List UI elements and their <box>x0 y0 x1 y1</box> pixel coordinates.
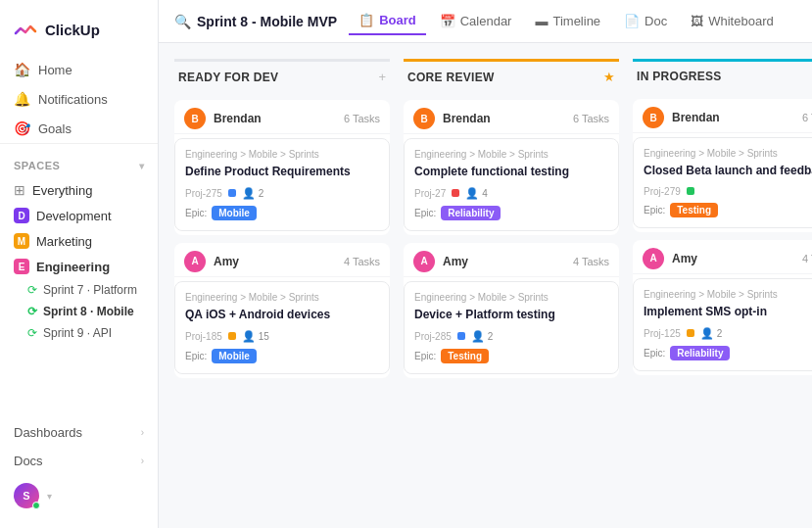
brendan-name: Brendan <box>443 112 565 125</box>
sidebar-item-goals[interactable]: 🎯 Goals <box>0 114 158 143</box>
goals-icon: 🎯 <box>14 120 30 136</box>
everything-label: Everything <box>32 183 92 198</box>
sprint8-label: Sprint 8 · Mobile <box>43 305 134 318</box>
calendar-tab-icon: 📅 <box>440 14 455 28</box>
epic-row: Epic: Reliability <box>644 346 812 360</box>
tab-timeline[interactable]: ▬ Timeline <box>525 8 610 34</box>
task-meta: Proj-27 👤 4 <box>414 187 608 200</box>
sidebar-item-notifications[interactable]: 🔔 Notifications <box>0 84 158 114</box>
app-name-label: ClickUp <box>45 22 100 38</box>
task-card[interactable]: Engineering > Mobile > Sprints Define Pr… <box>174 138 390 231</box>
amy-avatar: A <box>184 251 206 272</box>
sidebar-item-everything[interactable]: ⊞ Everything <box>0 177 158 203</box>
sidebar-item-dashboards[interactable]: Dashboards › <box>0 418 158 447</box>
timeline-tab-icon: ▬ <box>535 14 548 28</box>
amy-name: Amy <box>214 255 336 268</box>
home-label: Home <box>38 63 72 77</box>
sprint7-label: Sprint 7 · Platform <box>43 283 137 297</box>
sidebar-item-marketing[interactable]: M Marketing <box>0 228 158 254</box>
chevron-down-icon: ▾ <box>139 161 145 171</box>
star-icon[interactable]: ★ <box>603 70 615 84</box>
brendan-avatar: B <box>184 108 206 129</box>
kanban-board: READY FOR DEV + B Brendan 6 Tasks Engine… <box>159 43 812 528</box>
user-profile-bar[interactable]: S ▾ <box>0 475 158 516</box>
doc-tab-label: Doc <box>645 14 667 28</box>
epic-badge: Testing <box>441 349 489 363</box>
assignee-count: 👤 4 <box>465 187 488 200</box>
amy-avatar: A <box>413 251 435 272</box>
assignee-group-brendan-core: B Brendan 6 Tasks Engineering > Mobile >… <box>404 100 619 235</box>
docs-chevron-icon: › <box>141 456 144 466</box>
sidebar-item-engineering[interactable]: E Engineering <box>0 254 158 279</box>
clickup-logo-icon <box>14 18 37 41</box>
brendan-task-count: 6 Tasks <box>802 112 812 123</box>
spaces-section-header[interactable]: Spaces ▾ <box>0 150 158 177</box>
users-icon: 👤 <box>242 187 256 200</box>
user-initial: S <box>23 490 29 502</box>
priority-flag-icon <box>457 332 465 340</box>
users-icon: 👤 <box>700 327 714 340</box>
task-title: Closed Beta launch and feedback <box>644 163 812 179</box>
column-header-ready: READY FOR DEV + <box>174 59 390 92</box>
assignee-count: 👤 2 <box>700 327 723 340</box>
brendan-avatar: B <box>643 107 664 128</box>
assignee-count: 👤 2 <box>471 330 494 343</box>
sidebar-item-sprint8[interactable]: ⟳ Sprint 8 · Mobile <box>0 301 158 322</box>
epic-row: Epic: Mobile <box>185 206 379 220</box>
tab-board[interactable]: 📋 Board <box>349 7 426 35</box>
sidebar-item-home[interactable]: 🏠 Home <box>0 55 158 84</box>
task-card[interactable]: Engineering > Mobile > Sprints Complete … <box>404 138 619 231</box>
users-icon: 👤 <box>242 330 256 343</box>
task-card[interactable]: Engineering > Mobile > Sprints QA iOS + … <box>174 281 390 374</box>
spaces-label: Spaces <box>14 160 60 171</box>
dashboards-chevron-icon: › <box>141 427 144 438</box>
task-title: Complete functional testing <box>414 164 608 180</box>
sidebar-item-sprint7[interactable]: ⟳ Sprint 7 · Platform <box>0 279 158 301</box>
assignee-group-amy-ready: A Amy 4 Tasks Engineering > Mobile > Spr… <box>174 243 390 378</box>
sprint8-icon: ⟳ <box>27 305 37 318</box>
task-card[interactable]: Engineering > Mobile > Sprints Device + … <box>404 281 619 374</box>
tab-calendar[interactable]: 📅 Calendar <box>430 8 522 34</box>
epic-badge: Mobile <box>212 206 257 220</box>
engineering-space-dot: E <box>14 259 29 274</box>
task-breadcrumb: Engineering > Mobile > Sprints <box>644 148 812 159</box>
add-ready-icon[interactable]: + <box>378 70 386 84</box>
sidebar-item-development[interactable]: D Development <box>0 203 158 228</box>
development-label: Development <box>36 209 112 223</box>
avatar: S <box>14 483 39 508</box>
board-tab-icon: 📋 <box>358 13 374 27</box>
column-inprogress: IN PROGRESS B Brendan 6 Tasks Engineerin… <box>633 59 812 512</box>
sprint9-label: Sprint 9 · API <box>43 326 112 340</box>
task-card[interactable]: Engineering > Mobile > Sprints Closed Be… <box>633 137 812 228</box>
brendan-task-count: 6 Tasks <box>344 113 380 124</box>
tab-doc[interactable]: 📄 Doc <box>614 8 677 34</box>
assignee-row-amy: A Amy 4 Tasks <box>174 243 390 277</box>
column-core: CORE REVIEW ★ B Brendan 6 Tasks Engineer… <box>404 59 619 512</box>
sidebar-item-docs[interactable]: Docs › <box>0 447 158 475</box>
task-id: Proj-275 <box>185 188 222 199</box>
task-meta: Proj-275 👤 2 <box>185 187 379 200</box>
priority-flag-icon <box>228 189 236 197</box>
engineering-label: Engineering <box>36 260 110 274</box>
epic-label: Epic: <box>185 351 207 361</box>
assignee-group-amy-core: A Amy 4 Tasks Engineering > Mobile > Spr… <box>404 243 619 378</box>
task-card[interactable]: Engineering > Mobile > Sprints Implement… <box>633 278 812 371</box>
dashboards-label: Dashboards <box>14 425 133 440</box>
assignee-row-amy: A Amy 4 Tasks <box>404 243 619 277</box>
assignee-count-label: 2 <box>717 328 723 339</box>
brendan-name: Brendan <box>672 111 794 124</box>
task-meta: Proj-185 👤 15 <box>185 330 379 343</box>
development-space-dot: D <box>14 208 29 223</box>
tab-whiteboard[interactable]: 🖼 Whiteboard <box>681 8 783 34</box>
board-tab-label: Board <box>379 13 416 27</box>
sprint-title-area: 🔍 Sprint 8 - Mobile MVP <box>174 14 337 29</box>
priority-flag-icon <box>687 329 694 337</box>
app-logo[interactable]: ClickUp <box>0 12 158 55</box>
task-id: Proj-285 <box>414 331 452 342</box>
sidebar-item-sprint9[interactable]: ⟳ Sprint 9 · API <box>0 322 158 344</box>
column-header-core: CORE REVIEW ★ <box>404 59 619 92</box>
column-header-inprogress: IN PROGRESS <box>633 59 812 91</box>
task-breadcrumb: Engineering > Mobile > Sprints <box>185 292 379 303</box>
amy-name: Amy <box>443 255 565 268</box>
task-meta: Proj-285 👤 2 <box>414 330 608 343</box>
